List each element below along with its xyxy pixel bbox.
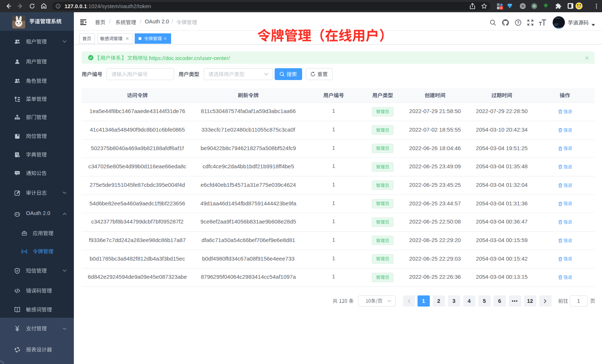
svg-text:?: ? — [517, 20, 519, 25]
svg-text:⌘: ⌘ — [521, 4, 524, 8]
svg-text:9: 9 — [500, 6, 502, 10]
